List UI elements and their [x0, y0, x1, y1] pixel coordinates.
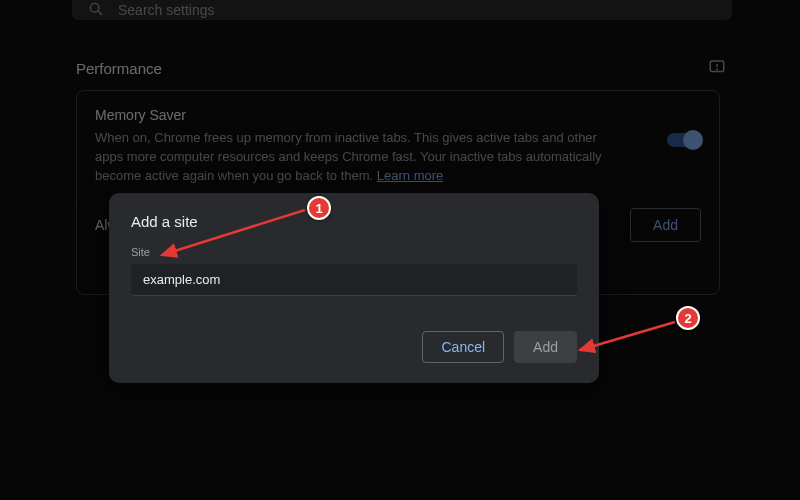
site-field-label: Site: [131, 246, 577, 258]
add-button[interactable]: Add: [514, 331, 577, 363]
dialog-title: Add a site: [131, 213, 577, 230]
add-site-dialog: Add a site Site Cancel Add: [109, 193, 599, 383]
site-url-input[interactable]: [131, 264, 577, 296]
cancel-button[interactable]: Cancel: [422, 331, 504, 363]
annotation-badge-1: 1: [307, 196, 331, 220]
annotation-badge-2: 2: [676, 306, 700, 330]
